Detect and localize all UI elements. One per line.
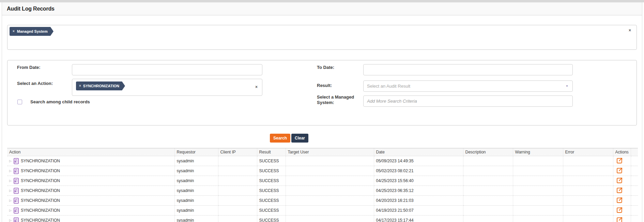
action-cell-text: SYNCHRONIZATION <box>21 188 60 193</box>
active-filters-panel: × Managed System × <box>7 25 637 50</box>
open-record-icon[interactable] <box>616 157 623 164</box>
client-ip-cell <box>218 176 257 186</box>
audit-record-icon <box>14 197 19 204</box>
expand-row-icon[interactable]: ▷ <box>9 179 12 182</box>
managed-system-label: Select a Managed System: <box>317 94 357 105</box>
search-button[interactable]: Search <box>270 134 290 143</box>
target-user-cell <box>286 176 374 186</box>
to-date-input[interactable] <box>363 64 573 75</box>
top-strip <box>0 0 644 2</box>
action-cell-text: SYNCHRONIZATION <box>21 218 60 222</box>
expand-row-icon[interactable]: ▷ <box>9 199 12 202</box>
from-date-input[interactable] <box>72 64 262 75</box>
client-ip-cell <box>218 186 257 196</box>
open-record-icon[interactable] <box>616 187 623 194</box>
form-buttons-row: Search Clear <box>2 134 642 143</box>
spacer-cell <box>631 176 638 186</box>
col-header-warning[interactable]: Warning <box>513 148 563 156</box>
col-header-spacer <box>631 148 638 156</box>
expand-row-icon[interactable]: ▷ <box>9 169 12 173</box>
audit-record-icon <box>14 217 19 222</box>
from-date-label: From Date: <box>17 65 41 70</box>
action-cell-text: SYNCHRONIZATION <box>21 168 60 173</box>
description-cell <box>463 196 513 206</box>
warning-cell <box>513 156 563 166</box>
filter-tag-managed-system[interactable]: × Managed System <box>10 27 50 36</box>
action-cell-text: SYNCHRONIZATION <box>21 198 60 203</box>
requestor-cell: sysadmin <box>174 176 218 186</box>
col-header-description[interactable]: Description <box>463 148 513 156</box>
table-row: ▷ SYNCHRONIZATION sysadmin SUCCESS 04/20… <box>7 196 638 206</box>
managed-system-input[interactable] <box>363 95 573 107</box>
child-records-checkbox[interactable] <box>17 100 22 104</box>
client-ip-cell <box>218 156 257 166</box>
col-header-target-user[interactable]: Target User <box>286 148 374 156</box>
action-cell-text: SYNCHRONIZATION <box>21 208 60 213</box>
target-user-cell <box>286 186 374 196</box>
spacer-cell <box>631 196 638 206</box>
chevron-down-icon: ▼ <box>566 85 568 88</box>
date-cell: 04/20/2023 16:21:03 <box>374 196 463 206</box>
open-record-icon[interactable] <box>616 207 623 213</box>
clear-button[interactable]: Clear <box>291 134 308 143</box>
error-cell <box>563 186 613 196</box>
table-row: ▷ SYNCHRONIZATION sysadmin SUCCESS 04/17… <box>7 216 638 222</box>
description-cell <box>463 216 513 222</box>
remove-filter-tag-icon[interactable]: × <box>13 27 15 36</box>
remove-action-tag-icon[interactable]: × <box>79 82 81 90</box>
action-cell-text: SYNCHRONIZATION <box>21 178 60 183</box>
requestor-cell: sysadmin <box>174 206 218 216</box>
warning-cell <box>513 186 563 196</box>
col-header-client-ip[interactable]: Client IP <box>218 148 257 156</box>
target-user-cell <box>286 196 374 206</box>
expand-row-icon[interactable]: ▷ <box>9 160 12 163</box>
warning-cell <box>513 206 563 216</box>
expand-row-icon[interactable]: ▷ <box>9 219 12 222</box>
description-cell <box>463 206 513 216</box>
to-date-label: To Date: <box>317 65 334 70</box>
description-cell <box>463 156 513 166</box>
spacer-cell <box>631 166 638 176</box>
result-select[interactable]: Select an Audit Result ▼ <box>363 80 573 92</box>
target-user-cell <box>286 216 374 222</box>
requestor-cell: sysadmin <box>174 166 218 176</box>
result-cell: SUCCESS <box>257 156 286 166</box>
client-ip-cell <box>218 196 257 206</box>
date-cell: 04/19/2023 21:50:07 <box>374 206 463 216</box>
close-panel-icon[interactable]: × <box>629 28 631 33</box>
col-header-requestor[interactable]: Requestor <box>174 148 218 156</box>
table-row: ▷ SYNCHRONIZATION sysadmin SUCCESS 04/19… <box>7 206 638 216</box>
error-cell <box>563 176 613 186</box>
open-record-icon[interactable] <box>616 217 623 222</box>
target-user-cell <box>286 166 374 176</box>
col-header-date[interactable]: Date <box>374 148 463 156</box>
clear-action-input-icon[interactable]: × <box>255 85 258 89</box>
error-cell <box>563 196 613 206</box>
warning-cell <box>513 176 563 186</box>
action-multiselect-input[interactable]: × SYNCHRONIZATION × <box>72 79 262 96</box>
audit-record-icon <box>14 178 19 184</box>
error-cell <box>563 166 613 176</box>
error-cell <box>563 156 613 166</box>
table-row: ▷ SYNCHRONIZATION sysadmin SUCCESS 05/02… <box>7 166 638 176</box>
expand-row-icon[interactable]: ▷ <box>9 209 12 212</box>
audit-record-icon <box>14 158 19 164</box>
open-record-icon[interactable] <box>616 197 623 204</box>
requestor-cell: sysadmin <box>174 156 218 166</box>
open-record-icon[interactable] <box>616 177 623 184</box>
col-header-actions: Actions <box>613 148 631 156</box>
col-header-action[interactable]: Action <box>7 148 174 156</box>
col-header-error[interactable]: Error <box>563 148 613 156</box>
spacer-cell <box>631 216 638 222</box>
action-tag-synchronization[interactable]: × SYNCHRONIZATION <box>76 82 122 90</box>
warning-cell <box>513 216 563 222</box>
page-header: Audit Log Records <box>2 2 642 15</box>
action-tag-label: SYNCHRONIZATION <box>83 82 119 90</box>
col-header-result[interactable]: Result <box>257 148 286 156</box>
audit-log-table: Action Requestor Client IP Result Target… <box>7 148 638 222</box>
search-form-panel: From Date: Select an Action: × SYNCHRONI… <box>7 60 637 125</box>
result-cell: SUCCESS <box>257 166 286 176</box>
expand-row-icon[interactable]: ▷ <box>9 189 12 192</box>
open-record-icon[interactable] <box>616 167 623 174</box>
description-cell <box>463 186 513 196</box>
